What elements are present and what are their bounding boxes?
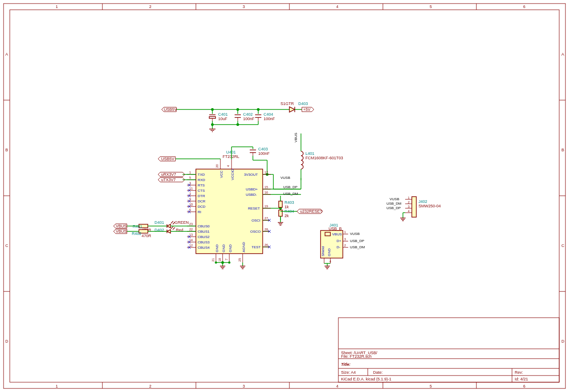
svg-text:u232RESET: u232RESET [300, 209, 323, 214]
svg-text:Date:: Date: [373, 370, 383, 375]
svg-point-47 [236, 123, 239, 126]
svg-text:OSCI: OSCI [252, 218, 260, 222]
svg-text:R401: R401 [133, 224, 142, 229]
svg-text:4: 4 [408, 210, 410, 213]
svg-text:VCCIO: VCCIO [231, 169, 235, 180]
svg-text:VBUS: VBUS [116, 224, 127, 228]
svg-text:Title:: Title: [341, 362, 350, 367]
svg-rect-274 [412, 197, 416, 217]
svg-text:13: 13 [189, 233, 193, 236]
svg-text:C401: C401 [218, 112, 228, 117]
svg-text:2k: 2k [284, 214, 289, 218]
svg-text:470R: 470R [142, 234, 151, 238]
utx-label: uTX3V7 [158, 178, 185, 182]
svg-point-191 [228, 262, 231, 264]
svg-text:GND: GND [228, 244, 232, 252]
svg-text:10: 10 [189, 203, 193, 206]
svg-text:+5V: +5V [303, 107, 310, 112]
urx-label: uRX3V7 [158, 172, 185, 177]
svg-text:2: 2 [149, 384, 151, 388]
svg-point-48 [211, 123, 214, 126]
svg-text:CBUS0: CBUS0 [198, 224, 210, 228]
svg-text:VUSB: VUSB [350, 232, 360, 236]
svg-point-46 [257, 108, 260, 111]
svg-text:28: 28 [264, 228, 268, 231]
svg-text:20: 20 [215, 164, 219, 168]
svg-text:USB_DM: USB_DM [386, 202, 402, 206]
svg-text:1k: 1k [284, 205, 289, 209]
svg-rect-50 [209, 117, 215, 118]
svg-text:3: 3 [243, 4, 245, 9]
svg-text:10uF: 10uF [218, 117, 228, 121]
svg-text:12: 12 [189, 244, 193, 247]
svg-text:1: 1 [56, 384, 58, 388]
svg-text:5: 5 [430, 4, 432, 9]
svg-text:CBUS2: CBUS2 [198, 235, 210, 239]
vbus-label-2: VBUS [114, 229, 127, 234]
svg-text:3V3OUT: 3V3OUT [244, 173, 258, 177]
svg-text:FT232RL: FT232RL [223, 154, 240, 159]
svg-text:RESET: RESET [248, 206, 260, 210]
svg-text:3: 3 [344, 238, 346, 241]
svg-rect-167 [279, 210, 282, 216]
svg-text:5: 5 [189, 176, 191, 179]
svg-text:21: 21 [211, 258, 215, 262]
svg-text:4: 4 [336, 384, 338, 388]
svg-text:CTS: CTS [198, 189, 205, 193]
svg-text:RXD: RXD [198, 178, 205, 182]
svg-text:11: 11 [189, 187, 193, 190]
svg-text:4: 4 [336, 4, 338, 9]
svg-text:B: B [5, 148, 8, 152]
vusb-netlabel: VUSB [280, 176, 290, 180]
svg-text:L401: L401 [305, 151, 314, 156]
title-block: Sheet: /UART_USB/ File: FT232R.sch Title… [338, 318, 559, 382]
svg-text:USB5V: USB5V [164, 107, 177, 112]
svg-text:D: D [561, 339, 565, 344]
svg-text:1: 1 [344, 230, 346, 234]
svg-text:USB_DP: USB_DP [386, 206, 401, 210]
svg-text:D401: D401 [154, 220, 164, 225]
svg-text:C402: C402 [243, 112, 253, 117]
svg-text:OSCO: OSCO [250, 230, 261, 234]
svg-text:TXD: TXD [198, 173, 205, 177]
svg-text:DCR: DCR [198, 199, 206, 203]
svg-text:18: 18 [218, 258, 221, 262]
svg-text:27: 27 [264, 217, 268, 220]
usb_dm-netlabel: USB_DM [283, 192, 298, 196]
svg-text:U401: U401 [226, 150, 236, 154]
C401: C401 10uF [209, 112, 228, 121]
J402: J402 SMW250-04 1 2 3 4 VUSB USB_DM USB_D… [386, 196, 441, 218]
svg-text:SMW250-04: SMW250-04 [419, 204, 441, 208]
svg-text:USBD+: USBD+ [246, 187, 258, 191]
grid-labels: 11 22 33 44 55 66 AA BB CC DD [4, 4, 565, 388]
svg-text:100nF: 100nF [258, 151, 270, 156]
inner-border [10, 10, 559, 382]
svg-text:C404: C404 [264, 112, 273, 117]
svg-text:GND: GND [222, 244, 226, 252]
svg-text:FCM1608KF-601T03: FCM1608KF-601T03 [305, 156, 343, 160]
svg-text:1: 1 [56, 4, 58, 9]
svg-text:25: 25 [238, 258, 241, 262]
svg-text:DTR: DTR [198, 194, 205, 198]
svg-text:7: 7 [225, 259, 228, 260]
svg-text:100nF: 100nF [264, 117, 275, 121]
svg-text:1: 1 [189, 171, 191, 174]
svg-text:D+: D+ [337, 239, 341, 243]
svg-text:26: 26 [264, 243, 268, 247]
svg-text:Size: A4: Size: A4 [341, 370, 356, 375]
svg-text:D: D [5, 339, 8, 344]
svg-rect-164 [279, 201, 282, 207]
svg-text:USB_DP: USB_DP [350, 239, 364, 243]
svg-text:100nF: 100nF [243, 117, 255, 121]
svg-text:R402: R402 [132, 231, 142, 236]
svg-text:A: A [5, 52, 8, 57]
svg-text:22: 22 [189, 228, 193, 231]
usb5v-label-2: USB5V [158, 157, 175, 161]
svg-text:VCC: VCC [219, 170, 224, 178]
svg-text:14: 14 [189, 238, 193, 242]
svg-text:16: 16 [264, 191, 268, 194]
svg-text:GND: GND [215, 244, 219, 252]
svg-text:CBUS3: CBUS3 [198, 240, 210, 244]
svg-point-45 [236, 108, 239, 111]
outer-border [4, 4, 565, 388]
